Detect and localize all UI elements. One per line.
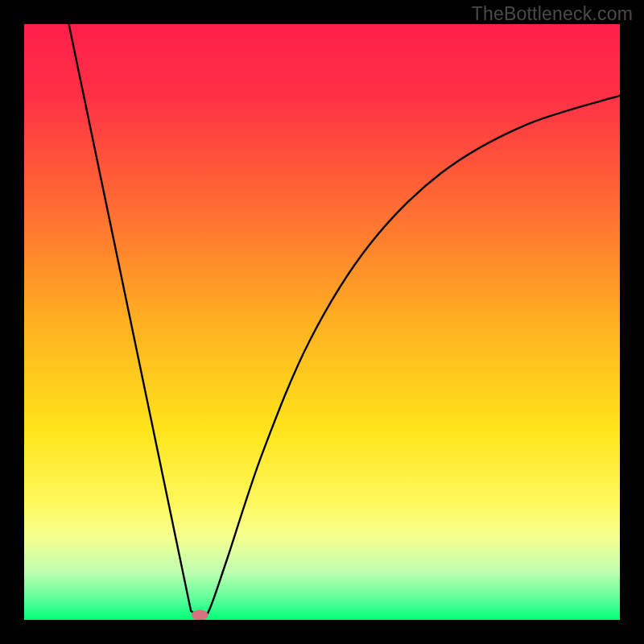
chart-frame: TheBottleneck.com: [0, 0, 644, 644]
chart-svg: [24, 24, 620, 620]
watermark-text: TheBottleneck.com: [472, 3, 633, 25]
gradient-background: [24, 24, 620, 620]
plot-area: [24, 24, 620, 620]
